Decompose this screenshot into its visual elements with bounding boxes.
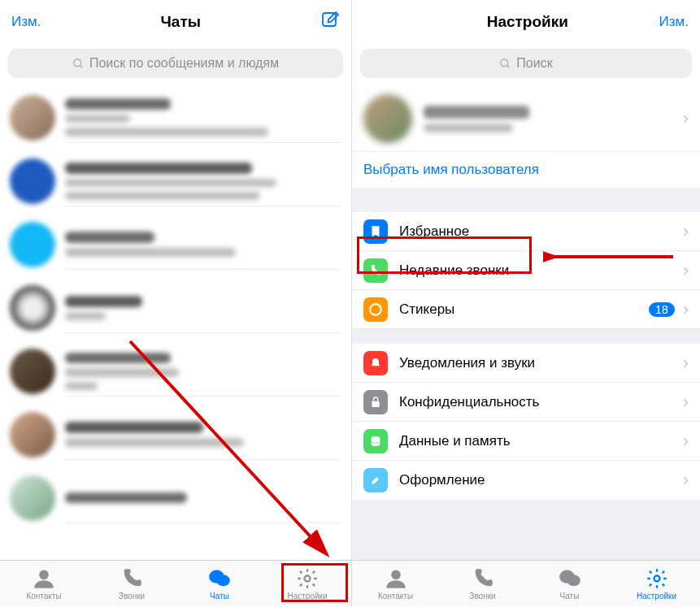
tab-label: Звонки <box>119 592 145 600</box>
tab-label: Контакты <box>378 592 413 600</box>
setting-label: Уведомления и звуки <box>399 355 680 371</box>
setting-label: Данные и память <box>399 433 680 449</box>
chats-list <box>0 86 351 560</box>
tab-calls[interactable]: Звонки <box>88 561 176 607</box>
navbar-title: Чаты <box>160 13 200 31</box>
bell-icon <box>363 351 388 375</box>
edit-button[interactable]: Изм. <box>659 14 689 30</box>
chat-row[interactable] <box>0 150 351 213</box>
setting-label: Недавние звонки <box>399 262 680 279</box>
search-input[interactable]: Поиск по сообщениям и людям <box>8 49 343 78</box>
settings-item-appearance[interactable]: Оформление › <box>352 461 700 500</box>
tab-chats[interactable]: Чаты <box>526 561 613 607</box>
phone-icon <box>363 258 388 283</box>
chevron-icon: › <box>683 392 689 413</box>
search-placeholder: Поиск <box>516 56 552 71</box>
setting-label: Оформление <box>399 472 680 488</box>
tab-calls[interactable]: Звонки <box>439 561 526 607</box>
chat-icon <box>208 567 231 590</box>
chevron-icon: › <box>683 221 689 242</box>
chevron-icon: › <box>683 470 689 491</box>
chat-row[interactable] <box>0 403 351 466</box>
profile-row[interactable]: › <box>352 86 700 151</box>
search-input[interactable]: Поиск <box>360 49 692 78</box>
setting-label: Конфиденциальность <box>399 394 680 410</box>
navbar-title: Настройки <box>487 13 568 31</box>
chat-row[interactable] <box>0 213 351 276</box>
svg-point-1 <box>74 59 81 66</box>
profile-phone-blurred <box>424 124 513 132</box>
tab-label: Настройки <box>287 592 327 600</box>
contact-icon <box>385 567 407 590</box>
phone-icon <box>472 567 494 590</box>
settings-item-stickers[interactable]: Стикеры 18 › <box>352 290 700 329</box>
edit-button[interactable]: Изм. <box>11 14 41 30</box>
settings-item-data[interactable]: Данные и память › <box>352 422 700 461</box>
chats-screen: Изм. Чаты Поиск по сообщениям и людям Ко… <box>0 0 351 607</box>
chat-row[interactable] <box>0 86 351 150</box>
tab-settings[interactable]: Настройки <box>263 561 351 607</box>
tab-label: Чаты <box>210 592 229 600</box>
svg-point-8 <box>501 59 508 66</box>
svg-point-16 <box>654 576 659 582</box>
tab-label: Настройки <box>637 592 676 600</box>
sticker-icon <box>363 297 388 322</box>
chevron-icon: › <box>683 431 689 452</box>
svg-point-6 <box>305 576 311 582</box>
tab-chats[interactable]: Чаты <box>176 561 263 607</box>
search-icon <box>72 58 85 70</box>
badge-count: 18 <box>649 302 675 317</box>
search-icon <box>499 58 511 70</box>
settings-item-recent-calls[interactable]: Недавние звонки › <box>352 251 700 290</box>
chat-row[interactable] <box>0 340 351 403</box>
settings-item-notifications[interactable]: Уведомления и звуки › <box>352 344 700 383</box>
svg-point-5 <box>217 574 230 586</box>
compose-icon[interactable] <box>320 11 340 33</box>
brush-icon <box>363 468 388 492</box>
svg-rect-11 <box>372 401 379 406</box>
chevron-icon: › <box>683 299 689 320</box>
phone-icon <box>120 567 143 590</box>
chat-row[interactable] <box>0 466 351 530</box>
settings-screen: Настройки Изм. Поиск › Выбрать имя польз… <box>351 0 700 607</box>
tab-bar: Контакты Звонки Чаты Настройки <box>0 560 351 607</box>
lock-icon <box>363 390 388 414</box>
search-placeholder: Поиск по сообщениям и людям <box>89 56 279 71</box>
search-container: Поиск <box>352 44 700 86</box>
tab-label: Чаты <box>560 592 580 600</box>
settings-item-privacy[interactable]: Конфиденциальность › <box>352 383 700 422</box>
settings-item-favorites[interactable]: Избранное › <box>352 212 700 251</box>
setting-label: Избранное <box>399 223 680 240</box>
tab-label: Контакты <box>26 592 61 600</box>
svg-point-3 <box>39 570 49 580</box>
profile-name-blurred <box>424 106 529 119</box>
chat-row[interactable] <box>0 276 351 340</box>
tab-label: Звонки <box>469 592 495 600</box>
settings-navbar: Настройки Изм. <box>352 0 700 44</box>
svg-line-9 <box>507 65 510 67</box>
chat-icon <box>559 567 581 590</box>
chevron-icon: › <box>683 353 689 374</box>
chevron-icon: › <box>683 260 689 281</box>
search-container: Поиск по сообщениям и людям <box>0 44 351 86</box>
setting-label: Стикеры <box>399 301 649 318</box>
bookmark-icon <box>363 219 388 244</box>
svg-point-15 <box>567 574 580 586</box>
database-icon <box>363 429 388 453</box>
tab-contacts[interactable]: Контакты <box>0 561 88 607</box>
choose-username-link[interactable]: Выбрать имя пользователя <box>352 151 700 188</box>
svg-point-13 <box>391 570 401 580</box>
settings-list: › Выбрать имя пользователя Избранное › Н… <box>352 86 700 560</box>
avatar <box>363 94 412 143</box>
gear-icon <box>296 567 319 590</box>
chats-navbar: Изм. Чаты <box>0 0 351 44</box>
tab-settings[interactable]: Настройки <box>613 561 700 607</box>
tab-contacts[interactable]: Контакты <box>352 561 439 607</box>
svg-line-2 <box>80 65 82 67</box>
chevron-icon: › <box>683 108 689 129</box>
contact-icon <box>33 567 55 590</box>
tab-bar: Контакты Звонки Чаты Настройки <box>352 560 700 607</box>
gear-icon <box>646 567 668 590</box>
